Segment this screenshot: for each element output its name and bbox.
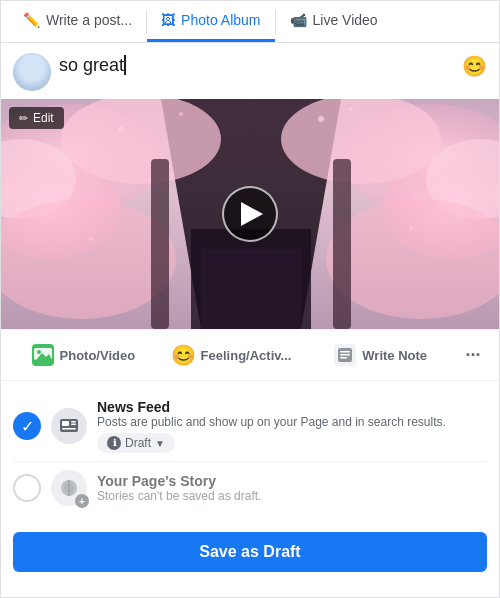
feeling-icon: 😊 [173,344,195,366]
draft-label: Draft [125,436,151,450]
tab-live-video[interactable]: 📹 Live Video [276,1,392,42]
page-story-row[interactable]: + Your Page's Story Stories can't be sav… [13,462,487,514]
live-video-icon: 📹 [290,12,307,28]
post-area: so great 😊 [1,43,499,99]
post-text-input[interactable]: so great [59,53,487,78]
news-feed-icon-box [51,408,87,444]
action-bar: Photo/Video 😊 Feeling/Activ... Write Not… [1,329,499,381]
write-post-icon: ✏️ [23,12,40,28]
page-story-icon [59,478,79,498]
edit-label: Edit [33,111,54,125]
tab-write-post-label: Write a post... [46,12,132,28]
more-button[interactable]: ··· [455,337,491,374]
tab-live-video-label: Live Video [313,12,378,28]
photo-album-icon: 🖼 [161,12,175,28]
post-text-content: so great [59,55,124,75]
photo-video-label: Photo/Video [60,348,136,363]
page-story-desc: Stories can't be saved as draft. [97,489,487,503]
more-icon: ··· [466,345,481,366]
page-story-radio-icon [13,474,41,502]
avatar [13,53,51,91]
tab-write-post[interactable]: ✏️ Write a post... [9,1,146,42]
edit-button[interactable]: ✏ Edit [9,107,64,129]
text-cursor [124,55,126,75]
save-draft-label: Save as Draft [199,543,300,561]
draft-badge[interactable]: ℹ Draft ▼ [97,433,175,453]
play-button[interactable] [222,186,278,242]
photo-video-icon [32,344,54,366]
draft-caret-icon: ▼ [155,438,165,449]
save-draft-button[interactable]: Save as Draft [13,532,487,572]
photo-video-button[interactable]: Photo/Video [9,336,158,374]
pencil-icon: ✏ [19,112,28,125]
news-feed-title: News Feed [97,399,487,415]
text-input-area[interactable]: so great 😊 [59,53,487,78]
page-story-text: Your Page's Story Stories can't be saved… [97,473,487,503]
emoji-button[interactable]: 😊 [462,54,487,78]
news-feed-desc: Posts are public and show up on your Pag… [97,415,487,429]
tab-photo-album-label: Photo Album [181,12,260,28]
video-container[interactable]: ✏ Edit [1,99,499,329]
svg-rect-32 [340,357,347,359]
write-note-button[interactable]: Write Note [306,336,455,374]
avatar-image [13,53,51,91]
svg-rect-37 [62,428,76,430]
svg-point-26 [37,350,41,354]
write-note-label: Write Note [362,348,427,363]
plus-badge-icon: + [75,494,89,508]
page-story-icon-box: + [51,470,87,506]
svg-rect-36 [71,424,76,426]
tab-photo-album[interactable]: 🖼 Photo Album [147,1,274,42]
feeling-button[interactable]: 😊 Feeling/Activ... [158,336,307,374]
svg-rect-30 [340,351,350,353]
draft-info-icon: ℹ [107,436,121,450]
svg-rect-31 [340,354,350,356]
news-feed-row[interactable]: ✓ News Feed Posts are public and show up… [13,391,487,461]
feeling-label: Feeling/Activ... [201,348,292,363]
news-feed-icon [59,416,79,436]
play-triangle-icon [241,202,263,226]
news-feed-check-icon: ✓ [13,412,41,440]
svg-rect-34 [62,421,69,426]
svg-rect-35 [71,421,76,423]
page-story-title: Your Page's Story [97,473,487,489]
news-feed-text: News Feed Posts are public and show up o… [97,399,487,453]
audience-section: ✓ News Feed Posts are public and show up… [1,381,499,524]
tab-bar: ✏️ Write a post... 🖼 Photo Album 📹 Live … [1,1,499,43]
write-note-icon [334,344,356,366]
